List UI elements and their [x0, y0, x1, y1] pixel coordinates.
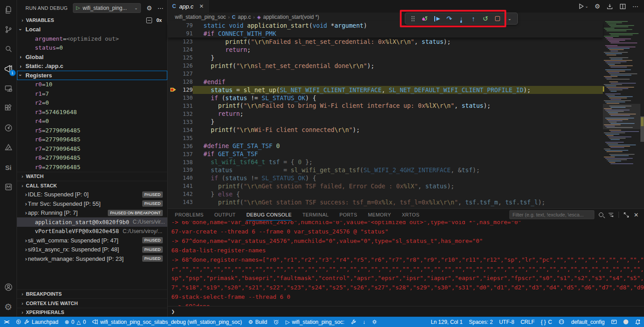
launch-config-dropdown[interactable]: ▷ wifi_station_ping... ⌄ — [73, 3, 141, 13]
variable-row[interactable]: r7 = 2779096485 — [17, 144, 167, 153]
active-config[interactable]: default_config — [568, 317, 608, 327]
call-stack-section-header[interactable]: › CALL STACK — [17, 181, 167, 190]
console-search-icon[interactable] — [599, 212, 603, 217]
language-mode[interactable]: { }C — [538, 317, 555, 327]
variables-group-global[interactable]: ›Global — [17, 52, 167, 62]
run-or-debug-button[interactable]: ⌄ — [578, 3, 589, 10]
cortex-live-watch-section-header[interactable]: ›CORTEX LIVE WATCH — [17, 298, 167, 308]
variable-row[interactable]: r5 = 2779096485 — [17, 126, 167, 135]
encoding-setting[interactable]: UTF-8 — [496, 317, 517, 327]
reset-device-button[interactable]: ↺ — [420, 13, 430, 24]
stack-frame-row[interactable]: application_start@0x0820f9b0C:/Users/vir… — [17, 217, 167, 227]
settings-gear-icon[interactable]: ⚙ — [0, 297, 17, 317]
split-editor-icon[interactable] — [619, 3, 626, 10]
explorer-icon[interactable] — [0, 0, 17, 20]
variable-row[interactable]: r2 = 0 — [17, 98, 167, 108]
panel-tab-debug-console[interactable]: DEBUG CONSOLE — [246, 209, 292, 221]
variable-row[interactable]: r3 = 574619648 — [17, 107, 167, 117]
panel-tab-problems[interactable]: PROBLEMS — [175, 209, 203, 221]
variable-row[interactable]: r8 = 2779096485 — [17, 153, 167, 163]
variable-row[interactable]: r1 = 7 — [17, 89, 167, 98]
call-stack-thread[interactable]: ›network_manage: Suspended [P: 23]PAUSED — [17, 254, 167, 263]
build-button[interactable]: ⚙ Build — [245, 317, 270, 327]
silabs-tools-icon[interactable] — [0, 138, 17, 157]
silicon-labs-icon[interactable]: Si — [0, 157, 17, 177]
screen-share-icon[interactable] — [608, 317, 620, 327]
restart-button[interactable]: ↺ — [480, 13, 491, 24]
breakpoints-section-header[interactable]: ›BREAKPOINTS — [17, 289, 167, 299]
notifications-bell-icon[interactable] — [631, 317, 644, 327]
maximize-panel-icon[interactable] — [623, 212, 629, 218]
tab-app-c[interactable]: C app.c ✕ — [168, 0, 209, 13]
call-stack-thread[interactable]: ›app: Running [P: 7]PAUSED ON BREAKPOINT — [17, 208, 167, 218]
breakpoint-hit-icon[interactable] — [168, 86, 178, 93]
call-stack-thread[interactable]: ›sli_wifi_comma: Suspended [P: 47]PAUSED — [17, 236, 167, 245]
start-debug-icon[interactable]: ▷ — [76, 5, 80, 11]
panel-tab-output[interactable]: OUTPUT — [214, 209, 236, 221]
tools-wrench-icon[interactable] — [347, 317, 360, 327]
console-filter-input[interactable] — [509, 210, 594, 219]
console-filter-icon[interactable] — [608, 212, 614, 218]
launchpad-button[interactable]: Launchpad — [13, 317, 61, 327]
step-into-button[interactable]: ↓ — [456, 13, 466, 24]
panel-tab-ports[interactable]: PORTS — [339, 209, 357, 221]
debug-session-indicator[interactable]: wifi_station_ping_soc_silabs_debug (wifi… — [89, 317, 245, 327]
chevron-down-icon[interactable]: ⌄ — [134, 5, 138, 10]
account-icon[interactable] — [0, 277, 17, 297]
step-over-button[interactable]: ↷ — [444, 13, 454, 24]
record-circle-icon[interactable] — [620, 317, 631, 327]
editor-scrollbar[interactable] — [640, 13, 644, 208]
xperipherals-section-header[interactable]: ›XPERIPHERALS — [17, 308, 167, 317]
problems-indicator[interactable]: ⊗ 0 △ 0 — [61, 317, 89, 327]
toolbar-more-icon[interactable]: ⌄ — [504, 13, 515, 24]
download-arrow-icon[interactable]: ↓ — [360, 317, 369, 327]
debug-console-output[interactable]: -> 66^done,name="var_argument_24576",num… — [168, 221, 644, 306]
run-target-button[interactable]: ▷ wifi_station_ping_soc: — [282, 317, 347, 327]
views-more-icon[interactable]: ⋯ — [157, 4, 164, 12]
close-tab-icon[interactable]: ✕ — [199, 3, 203, 9]
stack-frame-row[interactable]: vPortEnableVFP@0x0820e458C:/Users/viroy/… — [17, 227, 167, 236]
eol-setting[interactable]: CRLF — [517, 317, 538, 327]
panel-tab-terminal[interactable]: TERMINAL — [302, 209, 329, 221]
collapse-variables-icon[interactable] — [146, 17, 152, 23]
hex-format-toggle[interactable]: 0x — [157, 17, 162, 23]
search-icon[interactable] — [0, 39, 17, 59]
flash-download-icon[interactable] — [606, 3, 613, 10]
call-stack-thread[interactable]: ›si91x_async_rx: Suspended [P: 48]PAUSED — [17, 245, 167, 255]
close-panel-icon[interactable]: ✕ — [634, 212, 639, 218]
continue-button[interactable]: ▶ — [432, 13, 442, 24]
remote-explorer-icon[interactable] — [0, 79, 17, 98]
indentation-setting[interactable]: Spaces: 2 — [466, 317, 496, 327]
variable-row[interactable]: status = 0 — [17, 43, 167, 53]
memory-view-icon[interactable] — [0, 177, 17, 197]
panel-tab-xrtos[interactable]: XRTOS — [402, 209, 419, 221]
copilot-icon[interactable] — [555, 317, 568, 327]
debug-settings-gear-icon[interactable]: ⚙ — [146, 4, 152, 12]
run-and-debug-icon[interactable]: 1 — [0, 59, 17, 79]
stop-button[interactable] — [492, 13, 503, 24]
call-stack-thread[interactable]: ›IDLE: Suspended [P: 0]PAUSED — [17, 190, 167, 200]
toolbar-drag-handle[interactable] — [408, 13, 418, 24]
panel-tab-memory[interactable]: MEMORY — [368, 209, 391, 221]
peripheral-tools-icon[interactable] — [0, 118, 17, 138]
cursor-position[interactable]: Ln 129, Col 1 — [428, 317, 466, 327]
variable-row[interactable]: r4 = 0 — [17, 117, 167, 126]
more-actions-icon[interactable]: ⋯ — [632, 3, 639, 10]
variables-section-header[interactable]: › VARIABLES 0x — [17, 16, 167, 25]
variables-group-registers[interactable]: ›Registers — [17, 71, 167, 80]
variable-row[interactable]: r6 = 2779096485 — [17, 135, 167, 144]
variables-group-local[interactable]: ›Local — [17, 25, 167, 34]
variables-group-static-app-c[interactable]: ›Static: ./app.c — [17, 62, 167, 71]
step-out-button[interactable]: ↑ — [468, 13, 479, 24]
variable-row[interactable]: argument = <optimized out> — [17, 34, 167, 43]
debug-config-gear-icon[interactable] — [369, 317, 381, 327]
alarm-icon-button[interactable] — [270, 317, 282, 327]
extensions-icon[interactable] — [0, 98, 17, 118]
remote-indicator[interactable]: >< — [0, 317, 13, 327]
variable-row[interactable]: r9 = 2779096485 — [17, 162, 167, 172]
code-editor[interactable]: 123 printf("\r\nFailed sl_net_set_creden… — [168, 38, 603, 208]
debug-console-input[interactable]: ❯ — [168, 306, 644, 317]
variable-row[interactable]: r0 = 10 — [17, 80, 167, 89]
watch-section-header[interactable]: › WATCH — [17, 172, 167, 181]
minimap-slider[interactable] — [603, 104, 640, 129]
